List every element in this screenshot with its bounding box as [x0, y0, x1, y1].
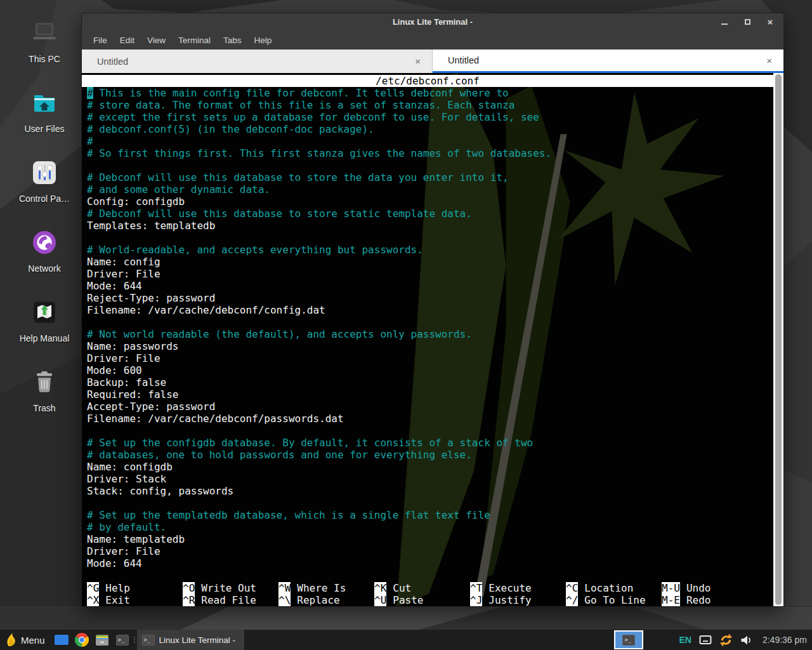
desktop-icon-label: This PC — [29, 54, 60, 64]
menu-item[interactable]: View — [141, 33, 172, 48]
buffer-line — [87, 425, 773, 437]
nano-shortcut: ^OWrite Out — [183, 582, 278, 594]
trash-icon — [29, 367, 60, 397]
maximize-button[interactable] — [743, 18, 752, 27]
desktop-icon-this-pc[interactable]: This PC — [9, 14, 80, 84]
terminal-window: Linux Lite Terminal - × File Edit View T… — [81, 13, 784, 607]
desktop-icon-label: Network — [28, 263, 60, 274]
nano-shortcut: ^/Go To Line — [566, 594, 662, 606]
show-desktop-button[interactable] — [51, 630, 72, 650]
buffer-line: Mode: 644 — [87, 280, 773, 292]
buffer-line: # by default. — [87, 521, 773, 533]
keyboard-language-indicator[interactable]: EN — [679, 635, 691, 645]
desktop-icon-user-files[interactable]: User Files — [9, 84, 80, 154]
text-cursor: # — [87, 87, 93, 99]
scrollbar-thumb[interactable] — [775, 74, 782, 605]
terminal-launcher[interactable]: >_ — [112, 630, 133, 650]
terminal-scrollbar[interactable] — [773, 73, 783, 606]
menu-item[interactable]: Help — [248, 33, 278, 48]
window-controls: × — [720, 13, 775, 30]
globe-icon — [29, 227, 60, 258]
nano-file-path: /etc/debconf.conf — [82, 75, 773, 87]
buffer-line — [87, 497, 773, 509]
buffer-line: Driver: File — [87, 545, 773, 557]
menu-item[interactable]: Terminal — [172, 33, 217, 48]
terminal-icon: >_ — [142, 635, 155, 646]
buffer-line: # So first things first. This first stan… — [87, 147, 773, 159]
buffer-line: # except the first sets up a database fo… — [87, 111, 773, 123]
buffer-line: Mode: 600 — [87, 364, 773, 376]
buffer-line: Name: configdb — [87, 461, 773, 473]
buffer-line: Name: templatedb — [87, 533, 773, 545]
desktop-icon-help-manual[interactable]: Help Manual — [9, 293, 80, 363]
buffer-line: Filename: /var/cache/debconf/config.dat — [87, 304, 773, 316]
task-button-label: Linux Lite Terminal - — [159, 635, 236, 645]
buffer-line — [87, 159, 773, 171]
clock[interactable]: 2:49:36 pm — [763, 635, 807, 645]
system-tray: EN 2:49:36 pm — [679, 633, 812, 647]
nano-shortcut: M-ERedo — [662, 594, 710, 606]
nano-shortcut-column: M-UUndo M-ERedo — [662, 582, 710, 606]
buffer-line: Stack: config, passwords — [87, 485, 773, 497]
keyboard-layout-icon[interactable] — [699, 634, 712, 646]
nano-shortcut-column: ^CLocation ^/Go To Line — [566, 582, 662, 606]
nano-shortcut: ^RRead File — [183, 594, 278, 606]
terminal-icon: >_ — [622, 635, 635, 646]
buffer-line: Name: config — [87, 256, 773, 268]
buffer-line: Mode: 644 — [87, 557, 773, 569]
buffer-line: # and some other dynamic data. — [87, 183, 773, 196]
nano-buffer[interactable]: # # This is the main config file for deb… — [82, 87, 773, 569]
nano-titlebar: GNU nano 7.2 /etc/debconf.conf — [82, 75, 773, 87]
buffer-line: # store data. The format of this file is… — [87, 99, 773, 111]
task-button-terminal[interactable]: >_ Linux Lite Terminal - — [137, 630, 245, 650]
taskbar-separator — [133, 630, 137, 650]
nano-shortcut: ^GHelp — [87, 582, 183, 594]
minimize-button[interactable] — [720, 18, 729, 27]
start-menu-label: Menu — [21, 635, 45, 646]
desktop-icon-trash[interactable]: Trash — [9, 363, 80, 433]
taskbar: Menu >_ >_ Linux Lite Terminal - — [0, 630, 812, 650]
desktop-icon-label: User Files — [24, 124, 64, 134]
maximize-icon — [745, 19, 750, 25]
start-menu-button[interactable]: Menu — [0, 630, 51, 650]
nano-shortcut: ^\Replace — [278, 594, 374, 606]
tab-close-icon[interactable]: × — [415, 56, 421, 67]
buffer-line: # Not world readable (the default), and … — [87, 328, 773, 340]
buffer-line: # Debconf will use this database to stor… — [87, 208, 773, 220]
buffer-line: # Debconf will use this database to stor… — [87, 171, 773, 183]
nano-shortcut-column: ^KCut ^UPaste — [374, 582, 470, 606]
nano-shortcut-column: ^WWhere Is ^\Replace — [278, 582, 374, 606]
chrome-icon — [75, 633, 89, 647]
terminal-viewport[interactable]: GNU nano 7.2 /etc/debconf.conf # # This … — [82, 73, 783, 606]
buffer-line: # — [87, 135, 773, 147]
tab-bar: Untitled × Untitled × — [82, 50, 783, 73]
menu-item[interactable]: Tabs — [217, 33, 248, 48]
desktop-icon-label: Control Pa… — [19, 194, 70, 204]
nano-shortcut-bar: ^GHelp ^XExit ^OWrite Out ^RRead File ^W… — [82, 582, 773, 606]
desktop-icon-column: This PC User Files Control Pa… — [9, 14, 80, 433]
tab-label: Untitled — [448, 55, 479, 65]
buffer-line: # Set up the templatedb database, which … — [87, 509, 773, 521]
tray-terminal-item-selected[interactable]: >_ — [614, 630, 643, 649]
close-button[interactable]: × — [766, 18, 775, 27]
sliders-icon — [29, 157, 60, 188]
volume-speaker-icon[interactable] — [740, 635, 752, 646]
nano-shortcut: ^KCut — [374, 582, 470, 594]
file-manager-launcher[interactable] — [92, 630, 112, 650]
menu-item[interactable]: File — [87, 33, 114, 48]
close-icon: × — [768, 18, 773, 27]
chrome-launcher[interactable] — [72, 630, 92, 650]
buffer-line: # World-readable, and accepts everything… — [87, 244, 773, 256]
tab-close-icon[interactable]: × — [766, 55, 772, 66]
nano-shortcut-column: ^OWrite Out ^RRead File — [183, 582, 278, 606]
tab-untitled-2[interactable]: Untitled × — [433, 50, 783, 73]
menu-item[interactable]: Edit — [114, 33, 141, 48]
desktop-icon-control-panel[interactable]: Control Pa… — [9, 154, 80, 223]
nano-shortcut: ^WWhere Is — [278, 582, 374, 594]
updates-refresh-icon[interactable] — [719, 633, 733, 647]
nano-shortcut-column: ^GHelp ^XExit — [87, 582, 183, 606]
desktop-icon-network[interactable]: Network — [9, 223, 80, 293]
window-titlebar[interactable]: Linux Lite Terminal - × — [82, 13, 783, 30]
buffer-line: Driver: Stack — [87, 473, 773, 485]
tab-untitled-1[interactable]: Untitled × — [82, 50, 433, 73]
